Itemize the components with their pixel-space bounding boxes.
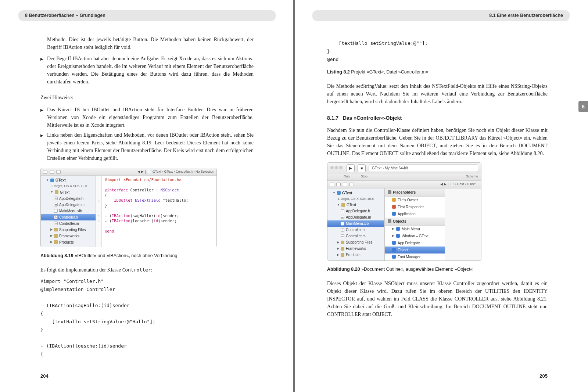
stop-button: ■ [358, 164, 366, 172]
intro-text: Methode. Dies ist der jeweils betätigte … [47, 37, 254, 50]
scheme-selector: GText › My Mac 64-bit [369, 164, 478, 172]
toolbar-labels: RunStopScheme [327, 174, 481, 181]
intro-continuation: Methode. Dies ist der jeweils betätigte … [40, 36, 254, 51]
segment-icon [43, 170, 47, 174]
bullet-marker: ▶ [40, 55, 47, 86]
bullet-marker: ▶ [40, 131, 47, 162]
running-head-left: 8 Benutzeroberflächen – Grundlagen [18, 10, 276, 21]
code-block-tail: [textHallo setStringValue:@""]; } @end [327, 39, 548, 64]
tree-folder: ▶Products [327, 252, 384, 258]
tree-file: hAppDelegate.h [41, 195, 96, 202]
tree-group: ▼GText [41, 189, 96, 195]
tree-file: hAppDelegate.h [327, 208, 384, 214]
content-right: [textHallo setStringValue:@""]; } @end L… [294, 21, 588, 318]
tree-file-selected: MainMenu.xib [327, 220, 384, 227]
listing-8-2-caption: Listing 8.2 Projekt »GText«, Datei »Cont… [327, 69, 548, 76]
tree-root: ▼GText [41, 177, 96, 183]
outline-item-selected: Object [385, 247, 445, 253]
bullet-text: Das Kürzel IB bei IBOutlet und IBAction … [47, 106, 254, 129]
tree-file: mController.m [327, 233, 384, 239]
xcode-toolbar2: ◀ ▶ │ 📄 GText › GText… [327, 181, 481, 188]
project-navigator: ▼GText 1 target, OS X SDK 10.8 ▼GText hA… [41, 176, 96, 247]
running-head-right: 8.1 Eine erste Benutzeroberfläche [312, 10, 570, 21]
figure-8-20: ▶ ■ GText › My Mac 64-bit RunStopScheme … [327, 162, 481, 261]
implementation-intro: Es folgt die Implementation der Klasse C… [40, 266, 254, 274]
tree-folder: ▶Frameworks [327, 245, 384, 252]
paragraph-controller-object: Nachdem Sie nun die Controller-Klasse de… [327, 126, 548, 157]
figure-8-19-caption: Abbildung 8.19 »IBOutlet« und »IBAction«… [40, 252, 254, 259]
tree-folder: ▶Supporting Files [327, 239, 384, 245]
objects-header: Objects [385, 217, 445, 226]
outline-item: ▶Main Menu [385, 226, 445, 233]
segment-icon [56, 170, 61, 174]
tree-folder: ▶Products [41, 239, 96, 245]
page-left: 8 Benutzeroberflächen – Grundlagen Metho… [0, 0, 294, 392]
breadcrumb: ◀ ▶ │ 📄 GText › GText › Controller.h › N… [137, 169, 214, 175]
tree-file: mAppDelegate.m [327, 214, 384, 220]
outline-item: First Responder [385, 204, 445, 211]
tree-file: hController.h [327, 227, 384, 233]
paragraph-nsobject: Dieses Objekt der Klasse NSObject muss u… [327, 280, 548, 318]
placeholders-header: Placeholders [385, 188, 445, 197]
content-left: Methode. Dies ist der jeweils betätigte … [0, 21, 294, 359]
project-navigator: ▼GText 1 target, OS X SDK 10.8 ▼GText hA… [327, 188, 384, 260]
breadcrumb: ◀ ▶ │ 📄 GText › GText… [440, 182, 479, 187]
tree-root-subtitle: 1 target, OS X SDK 10.8 [41, 183, 96, 189]
tree-folder: ▶Supporting Files [41, 227, 96, 233]
tree-group: ▼GText [327, 202, 384, 208]
page-right: 8.1 Eine erste Benutzeroberfläche 8 [tex… [294, 0, 588, 392]
bullet-text: Links neben den Eigenschaften und Method… [47, 131, 254, 162]
tree-file: mController.m [41, 220, 96, 227]
outline-item: App Delegate [385, 240, 445, 247]
bullet-empty-circles: ▶ Links neben den Eigenschaften und Meth… [40, 131, 254, 162]
tree-file: MainMenu.xib [41, 208, 96, 214]
page-number-left: 204 [40, 373, 49, 380]
xcode-toolbar: ◀ ▶ │ 📄 GText › GText › Controller.h › N… [41, 168, 216, 176]
thumb-tab: 8 [578, 101, 588, 112]
page-number-right: 205 [539, 373, 548, 380]
book-spine [293, 0, 295, 392]
outline-item: Font Manager [385, 253, 445, 260]
figure-8-19: ◀ ▶ │ 📄 GText › GText › Controller.h › N… [40, 168, 217, 247]
bullet-text: Der Begriff IBAction hat aber dennoch ei… [47, 55, 254, 86]
bullet-ib-abbrev: ▶ Das Kürzel IB bei IBOutlet und IBActio… [40, 106, 254, 129]
hints-label: Zwei Hinweise: [40, 94, 254, 101]
bullet-ibaction: ▶ Der Begriff IBAction hat aber dennoch … [40, 55, 254, 86]
outline-item: Application [385, 211, 445, 217]
segment-icon [50, 170, 54, 174]
tree-file: mAppDelegate.m [41, 202, 96, 208]
traffic-lights-icon [330, 165, 344, 171]
code-block-implementation: #import "Controller.h" @implementation C… [40, 277, 254, 359]
section-8-1-7: 8.1.7 Das »Controller«-Objekt [327, 114, 548, 122]
tree-file-selected: hController.h [41, 214, 96, 220]
tree-root-subtitle: 1 target, OS X SDK 10.8 [327, 196, 384, 202]
tree-root: ▼GText [327, 190, 384, 196]
run-button: ▶ [347, 164, 355, 172]
bullet-marker: ▶ [40, 106, 47, 129]
tree-folder: ▶Frameworks [41, 233, 96, 239]
connection-gutter: ○○○ [96, 176, 102, 247]
editor-code: #import <Foundation/Foundation.h> @inter… [102, 176, 216, 247]
paragraph-setstringvalue: Die Methode setStringValue: setzt den In… [327, 82, 548, 105]
outline-item: ▶Window – GText [385, 233, 445, 240]
xcode-titlebar: ▶ ■ GText › My Mac 64-bit [327, 163, 481, 174]
outline-item: File's Owner [385, 197, 445, 204]
document-outline: Placeholders File's Owner First Responde… [384, 188, 445, 260]
figure-8-20-caption: Abbildung 8.20 »Document Outline«, ausge… [327, 266, 548, 273]
